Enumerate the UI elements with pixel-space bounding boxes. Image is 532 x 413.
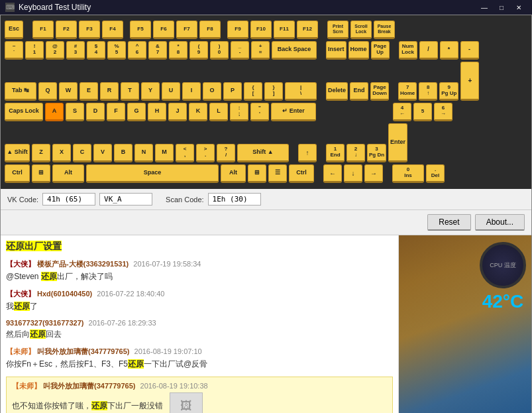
key-n[interactable]: N: [134, 144, 153, 162]
key-5[interactable]: %5: [107, 41, 126, 60]
key-num5[interactable]: 5: [413, 103, 432, 121]
key-d[interactable]: D: [86, 103, 105, 121]
about-button[interactable]: About...: [475, 214, 525, 231]
key-lalt[interactable]: Alt: [52, 164, 84, 183]
close-button[interactable]: ✕: [511, 1, 527, 13]
key-y[interactable]: Y: [141, 82, 160, 101]
key-c[interactable]: C: [73, 144, 91, 162]
key-num7[interactable]: 7Home: [398, 82, 417, 101]
key-numdot[interactable]: .Del: [426, 164, 445, 183]
key-left[interactable]: ←: [323, 164, 342, 183]
key-menu[interactable]: ☰: [268, 164, 287, 183]
key-plus[interactable]: +=: [251, 41, 270, 60]
key-prtsc[interactable]: PrintScrn: [327, 21, 348, 39]
key-f4[interactable]: F4: [102, 21, 123, 39]
key-lbracket[interactable]: {[: [244, 82, 262, 101]
key-pgup[interactable]: PageUp: [371, 41, 390, 60]
key-4[interactable]: $4: [87, 41, 105, 60]
key-down[interactable]: ↓: [344, 164, 362, 183]
key-rctrl[interactable]: Ctrl: [289, 164, 314, 183]
key-f12[interactable]: F12: [297, 21, 318, 39]
key-num-minus[interactable]: -: [460, 41, 479, 60]
key-x[interactable]: X: [52, 144, 71, 162]
key-num8[interactable]: 8↑: [419, 82, 437, 101]
key-w[interactable]: W: [59, 82, 78, 101]
key-space[interactable]: Space: [86, 164, 219, 183]
key-semicolon[interactable]: :;: [230, 103, 248, 121]
key-rshift[interactable]: Shift ▲: [237, 144, 289, 162]
key-num4[interactable]: 4←: [393, 103, 411, 121]
key-g[interactable]: G: [127, 103, 146, 121]
key-f2[interactable]: F2: [56, 21, 77, 39]
key-quote[interactable]: "': [250, 103, 269, 121]
key-1[interactable]: !1: [25, 41, 44, 60]
key-rwin[interactable]: ⊞: [248, 164, 266, 183]
key-o[interactable]: O: [203, 82, 221, 101]
key-up[interactable]: ↑: [298, 144, 317, 162]
key-s[interactable]: S: [66, 103, 84, 121]
key-delete[interactable]: Delete: [326, 82, 348, 101]
key-f7[interactable]: F7: [176, 21, 197, 39]
key-lwin[interactable]: ⊞: [32, 164, 50, 183]
key-pause[interactable]: PauseBreak: [374, 21, 395, 39]
key-2[interactable]: @2: [46, 41, 64, 60]
key-j[interactable]: J: [168, 103, 187, 121]
key-t[interactable]: T: [121, 82, 139, 101]
key-period[interactable]: >.: [196, 144, 215, 162]
key-num9[interactable]: 9Pg Up: [439, 82, 458, 101]
key-h[interactable]: H: [148, 103, 166, 121]
key-f[interactable]: F: [107, 103, 125, 121]
chat-area[interactable]: 还原出厂设置 【大侠】 楼板产品-大楼(3363291531) 2016-07-…: [1, 235, 399, 413]
key-end[interactable]: End: [350, 82, 368, 101]
key-i[interactable]: I: [182, 82, 201, 101]
key-b[interactable]: B: [114, 144, 133, 162]
key-num-plus[interactable]: +: [460, 62, 479, 101]
key-insert[interactable]: Insert: [326, 41, 346, 60]
key-f8[interactable]: F8: [199, 21, 221, 39]
key-num6[interactable]: 6→: [434, 103, 452, 121]
key-right[interactable]: →: [364, 164, 383, 183]
key-f9[interactable]: F9: [227, 21, 248, 39]
key-num-slash[interactable]: /: [419, 41, 438, 60]
key-f5[interactable]: F5: [130, 21, 151, 39]
key-a[interactable]: A: [45, 103, 64, 121]
minimize-button[interactable]: —: [476, 1, 492, 13]
key-pgdn[interactable]: PageDown: [370, 82, 389, 101]
key-backtick[interactable]: ~`: [5, 41, 23, 60]
key-numlock[interactable]: NumLock: [399, 41, 417, 60]
key-backspace[interactable]: Back Space: [272, 41, 317, 60]
key-8[interactable]: *8: [169, 41, 187, 60]
key-k[interactable]: K: [189, 103, 207, 121]
key-numpad-enter[interactable]: Enter: [388, 123, 407, 162]
key-home[interactable]: Home: [348, 41, 369, 60]
key-0[interactable]: )0: [210, 41, 229, 60]
key-num-star[interactable]: *: [440, 41, 458, 60]
key-6[interactable]: ^6: [128, 41, 146, 60]
key-esc[interactable]: Esc: [5, 21, 23, 39]
key-q[interactable]: Q: [38, 82, 57, 101]
key-comma[interactable]: <,: [176, 144, 194, 162]
reset-button[interactable]: Reset: [427, 214, 470, 231]
key-scrlk[interactable]: ScrollLock: [350, 21, 372, 39]
key-slash[interactable]: ?/: [217, 144, 235, 162]
key-f1[interactable]: F1: [32, 21, 54, 39]
key-p[interactable]: P: [223, 82, 242, 101]
key-num2[interactable]: 2↓: [346, 144, 365, 162]
key-lshift[interactable]: ▲ Shift: [5, 144, 30, 162]
maximize-button[interactable]: □: [494, 1, 509, 13]
key-enter[interactable]: ↵ Enter: [271, 103, 316, 121]
key-z[interactable]: Z: [32, 144, 50, 162]
key-u[interactable]: U: [162, 82, 180, 101]
key-f11[interactable]: F11: [274, 21, 295, 39]
key-capslock[interactable]: Caps Lock: [5, 103, 43, 121]
key-backslash[interactable]: |\: [285, 82, 317, 101]
key-f3[interactable]: F3: [79, 21, 100, 39]
key-e[interactable]: E: [80, 82, 98, 101]
key-num1[interactable]: 1End: [326, 144, 345, 162]
key-7[interactable]: &7: [148, 41, 167, 60]
key-num0[interactable]: 0Ins: [392, 164, 424, 183]
key-ralt[interactable]: Alt: [221, 164, 246, 183]
key-num3[interactable]: 3Pg Dn: [367, 144, 386, 162]
key-tab[interactable]: Tab ↹: [5, 82, 36, 101]
key-rbracket[interactable]: }]: [264, 82, 283, 101]
